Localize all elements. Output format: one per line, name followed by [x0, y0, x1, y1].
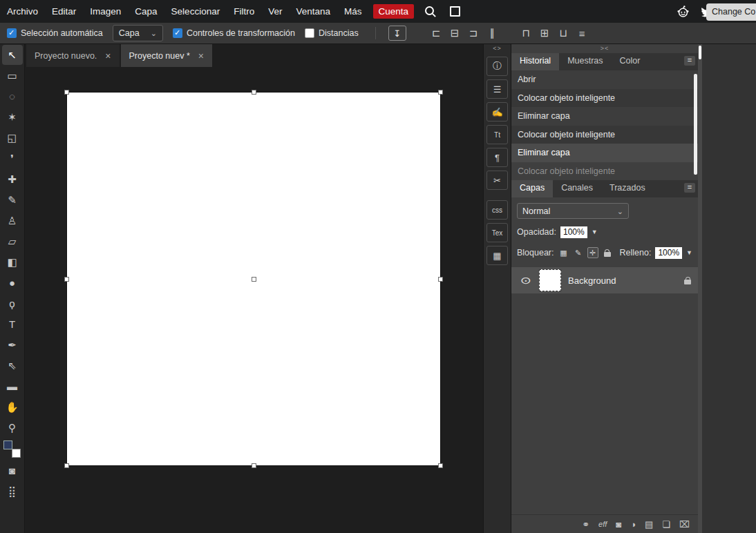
menu-ventana[interactable]: Ventana [289, 0, 337, 23]
distribute-vertical-icon[interactable]: ≡ [573, 28, 592, 39]
quick-mask-tool[interactable]: ◙ [2, 461, 23, 481]
move-tool[interactable]: ↖ [2, 45, 23, 65]
rectangle-tool[interactable]: ▬ [2, 376, 23, 396]
hand-tool[interactable]: ✋ [2, 397, 23, 417]
canvas[interactable] [67, 93, 440, 465]
lock-transparency-icon[interactable]: ▦ [558, 247, 569, 258]
fill-slider-icon[interactable]: ▼ [686, 249, 692, 256]
tab-trazados[interactable]: Trazados [601, 180, 654, 197]
marquee-tool[interactable]: ▭ [2, 66, 23, 86]
tab-muestras[interactable]: Muestras [559, 53, 611, 70]
document-tab[interactable]: Proyecto nuev * × [121, 44, 212, 67]
history-item[interactable]: Colocar objeto inteligente [511, 162, 698, 181]
mask-icon[interactable]: ◙ [616, 519, 621, 530]
distribute-horizontal-icon[interactable]: ∥ [483, 27, 502, 39]
eyedropper-tool[interactable]: ❜ [2, 148, 23, 168]
align-middle-icon[interactable]: ⊞ [536, 27, 554, 39]
opacity-input[interactable]: 100% [560, 226, 587, 238]
healing-tool[interactable]: ✚ [2, 169, 23, 189]
image-icon[interactable]: ▦ [486, 246, 508, 265]
lock-position-icon[interactable]: ✛ [587, 247, 598, 258]
foreground-color[interactable] [3, 440, 12, 449]
layer-thumbnail[interactable] [539, 269, 561, 291]
menu-capa[interactable]: Capa [128, 0, 164, 23]
transform-controls-checkbox[interactable] [173, 28, 182, 38]
adjustment-icon[interactable]: ◑ [630, 519, 636, 530]
search-icon[interactable] [425, 6, 434, 15]
blend-mode-select[interactable]: Normal ⌄ [517, 203, 629, 219]
history-item[interactable]: Colocar objeto inteligente [511, 89, 698, 108]
brush-tool[interactable]: ✎ [2, 190, 23, 210]
tab-capas[interactable]: Capas [511, 180, 553, 197]
history-item[interactable]: Colocar objeto inteligente [511, 126, 698, 144]
change-cookies-button[interactable]: Change Co [706, 3, 756, 21]
background-color[interactable] [12, 449, 21, 458]
zoom-tool[interactable]: ⚲ [2, 418, 23, 438]
align-top-icon[interactable]: ⊓ [517, 27, 536, 39]
reference-point-handle[interactable] [252, 277, 256, 282]
tab-historial[interactable]: Historial [511, 53, 559, 70]
css-icon[interactable]: css [486, 200, 508, 220]
close-icon[interactable]: × [198, 50, 204, 61]
target-select[interactable]: Capa ⌄ [113, 25, 163, 41]
menu-editar[interactable]: Editar [45, 0, 83, 23]
close-icon[interactable]: × [105, 50, 111, 61]
transform-handle[interactable] [64, 277, 69, 282]
collapse-right-icon[interactable]: >< [511, 44, 698, 53]
delete-icon[interactable]: ⌧ [679, 519, 690, 530]
sliders-icon[interactable]: ☰ [486, 79, 508, 99]
panel-menu-icon[interactable]: = [684, 56, 695, 66]
transform-handle[interactable] [64, 463, 69, 468]
fullscreen-icon[interactable] [450, 6, 460, 17]
transform-handle[interactable] [252, 463, 256, 468]
magic-wand-tool[interactable]: ✶ [2, 107, 23, 127]
panel-menu-icon[interactable]: = [684, 183, 695, 193]
dodge-tool[interactable]: ϙ [2, 293, 23, 313]
eraser-tool[interactable]: ▱ [2, 231, 23, 251]
more-tools[interactable]: ⣿ [2, 481, 23, 501]
crop-tool[interactable]: ◱ [2, 128, 23, 148]
tex-icon[interactable]: Tex [486, 223, 508, 242]
lock-pixels-icon[interactable]: ✎ [573, 247, 584, 258]
new-layer-icon[interactable]: ❏ [662, 519, 670, 530]
slice-icon[interactable]: ✂ [486, 171, 508, 190]
transform-handle[interactable] [438, 90, 443, 95]
type-tool[interactable]: T [2, 314, 23, 334]
history-item[interactable]: Eliminar capa [511, 107, 698, 126]
align-right-icon[interactable]: ⊐ [464, 27, 483, 39]
info-icon[interactable]: ⓘ [486, 57, 508, 76]
fill-input[interactable]: 100% [655, 247, 682, 259]
paragraph-icon[interactable]: ¶ [486, 148, 508, 167]
brush-settings-icon[interactable]: ✍ [486, 102, 508, 122]
align-center-icon[interactable]: ⊟ [446, 27, 464, 39]
download-icon[interactable]: ↧ [388, 26, 406, 41]
auto-select-checkbox[interactable] [7, 28, 17, 38]
reddit-icon[interactable] [677, 5, 690, 18]
menu-filtro[interactable]: Filtro [227, 0, 261, 23]
opacity-slider-icon[interactable]: ▼ [592, 229, 598, 235]
lock-all-icon[interactable] [602, 247, 613, 258]
account-button[interactable]: Cuenta [373, 4, 415, 19]
pen-tool[interactable]: ✒ [2, 335, 23, 355]
folder-icon[interactable]: ▤ [645, 519, 653, 530]
history-item[interactable]: Abrir [511, 70, 698, 89]
direct-select-tool[interactable]: ⇖ [2, 356, 23, 376]
gradient-tool[interactable]: ◧ [2, 252, 23, 272]
tab-color[interactable]: Color [612, 53, 649, 70]
clone-stamp-tool[interactable]: ♙ [2, 211, 23, 231]
visibility-eye-icon[interactable]: ⊙ [516, 275, 537, 286]
transform-handle[interactable] [252, 90, 256, 95]
distances-checkbox[interactable] [305, 28, 314, 38]
menu-archivo[interactable]: Archivo [0, 0, 45, 23]
effects-icon[interactable]: eff [598, 520, 607, 528]
character-icon[interactable]: Tt [486, 125, 508, 144]
link-icon[interactable]: ⚭ [582, 519, 589, 530]
history-item[interactable]: Eliminar capa [511, 144, 698, 162]
menu-ver[interactable]: Ver [261, 0, 289, 23]
document-tab[interactable]: Proyecto nuevo. × [26, 44, 120, 67]
collapse-left-icon[interactable]: <> [484, 44, 511, 53]
align-bottom-icon[interactable]: ⊔ [554, 27, 573, 39]
menu-imagen[interactable]: Imagen [83, 0, 128, 23]
transform-handle[interactable] [64, 90, 69, 95]
tab-canales[interactable]: Canales [553, 180, 601, 197]
